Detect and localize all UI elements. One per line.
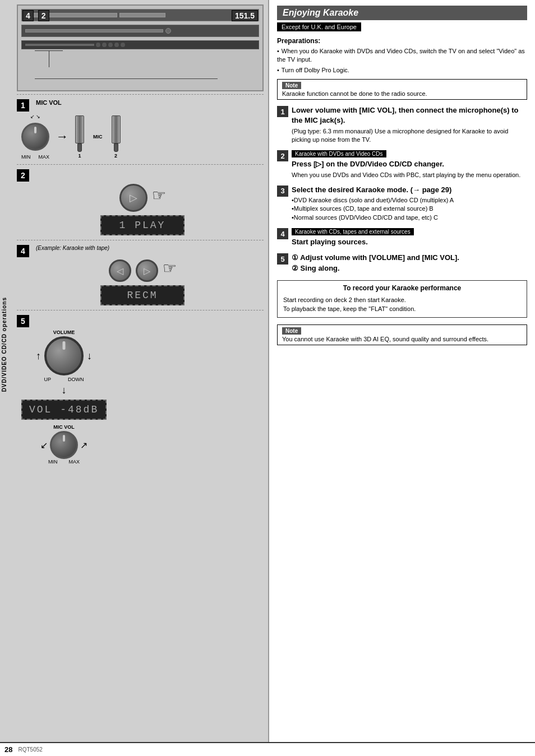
note-2: Note You cannot use Karaoke with 3D AI E…	[277, 324, 527, 345]
record-line-1: Start recording on deck 2 then start Kar…	[283, 295, 521, 305]
mic-vol-knob	[21, 123, 49, 151]
divider-1	[17, 94, 264, 95]
inst-content-3: Select the desired Karaoke mode. (→ page…	[292, 185, 527, 222]
step1-knob-label: ↙ ↘	[30, 114, 41, 119]
step5-display: VOL -48dB	[21, 400, 107, 420]
section-subtitle: Except for U.K. and Europe	[277, 22, 361, 31]
note1-label: Note	[282, 82, 301, 89]
inst-part-2: ② Sing along.	[292, 263, 527, 273]
step2-display: 1 PLAY	[100, 215, 185, 235]
top-badges-left: 4 2	[22, 10, 49, 21]
step-2-block: 2 ▷ ☞ 1 PLAY	[17, 167, 264, 238]
karaoke-tag-2: Karaoke with DVDs and Video CDs	[292, 150, 386, 157]
step4-display: RECM	[100, 285, 185, 305]
instruction-step-1: 1 Lower volume with [MIC VOL], then conn…	[277, 105, 527, 144]
mic-vol-knob-2	[50, 431, 78, 459]
tape-buttons: ◁ ▷ ☞	[109, 259, 177, 282]
section-title: Enjoying Karaoke	[277, 6, 527, 20]
mic-vol-arrow: ↙	[40, 440, 48, 451]
side-label: DVD/VIDEO CD/CD operations	[1, 297, 7, 392]
down-arrow: ↓	[87, 350, 92, 362]
step4-example: (Example: Karaoke with tape)	[36, 245, 109, 251]
page-number: 28	[4, 745, 12, 754]
divider-5	[17, 310, 264, 310]
instruction-step-5: 5 ① Adjust volume with [VOLUME] and [MIC…	[277, 253, 527, 273]
inst-sub-2: When you use DVDs and Video CDs with PBC…	[292, 171, 527, 179]
top-badge-right: 151.5	[232, 10, 258, 21]
step1-badge: 1	[17, 99, 29, 112]
mic-vol-label: MIC VOL	[53, 424, 75, 430]
hand-icon-2: ☞	[163, 259, 177, 277]
vol-updown-labels: UP DOWN	[44, 377, 84, 382]
mic-vol-arrow-r: ↗	[80, 440, 87, 451]
inst-title-1: Lower volume with [MIC VOL], then connec…	[292, 105, 527, 126]
mic-jacks: 1 MIC 2	[75, 115, 121, 159]
inst-content-4: Karaoke with CDs, tapes and external sou…	[292, 228, 527, 247]
instruction-step-2: 2 Karaoke with DVDs and Video CDs Press …	[277, 150, 527, 179]
step1-label: MIC VOL	[36, 99, 62, 106]
down-arrow-2: ↓	[62, 384, 67, 396]
mic-connector-1: 1	[75, 115, 84, 159]
inst-sub-1: (Plug type: 6.3 mm monaural) Use a micro…	[292, 127, 527, 145]
inst-num-4: 4	[277, 228, 288, 239]
inst-content-5: ① Adjust volume with [VOLUME] and [MIC V…	[292, 253, 527, 273]
mic-label-center: MIC	[93, 134, 103, 140]
knob-labels: MIN MAX	[21, 154, 49, 160]
inst-title-4: Start playing sources.	[292, 237, 527, 247]
mic-vol-labels: MIN MAX	[48, 459, 80, 465]
instruction-step-4: 4 Karaoke with CDs, tapes and external s…	[277, 228, 527, 247]
note2-text: You cannot use Karaoke with 3D AI EQ, so…	[282, 336, 522, 342]
note2-label: Note	[282, 327, 301, 335]
note1-text: Karaoke function cannot be done to the r…	[282, 90, 522, 97]
left-panel: DVD/VIDEO CD/CD operations	[0, 0, 269, 742]
inst-num-5: 5	[277, 253, 288, 265]
volume-label: VOLUME	[53, 330, 75, 335]
divider-4	[17, 240, 264, 240]
right-panel: Enjoying Karaoke Except for U.K. and Eur…	[269, 0, 535, 742]
step-5-block: 5 VOLUME ↑ ↓ UP DOWN ↓	[17, 313, 264, 467]
device-illustration: 4 2 151.5	[17, 4, 264, 91]
karaoke-tag-4: Karaoke with CDs, tapes and external sou…	[292, 228, 414, 235]
inst-num-1: 1	[277, 106, 288, 117]
note-1: Note Karaoke function cannot be done to …	[277, 79, 527, 100]
inst-sub-3: •DVD Karaoke discs (solo and duet)/Video…	[292, 196, 527, 222]
volume-knob	[44, 336, 84, 375]
record-box: To record your Karaoke performance Start…	[277, 280, 527, 318]
step5-content: VOLUME ↑ ↓ UP DOWN ↓ VOL -48dB	[21, 330, 264, 465]
record-line-2: To playback the tape, keep the "FLAT" co…	[283, 304, 521, 314]
inst-num-2: 2	[277, 150, 288, 161]
hand-icon: ☞	[152, 186, 166, 205]
mic-connector-2: 2	[112, 115, 121, 159]
step-1-block: 1 MIC VOL ↙ ↘ MIN MAX → 1	[17, 97, 264, 162]
step4-diagram: ◁ ▷ ☞ RECM	[21, 259, 264, 305]
inst-title-2: Press [▷] on the DVD/Video CD/CD changer…	[292, 159, 527, 169]
inst-part-1: ① Adjust volume with [VOLUME] and [MIC V…	[292, 253, 527, 263]
page-footer: 28 RQT5052	[0, 742, 535, 756]
play-btn: ▷	[136, 259, 158, 282]
rewind-btn: ◁	[109, 259, 131, 282]
volume-knob-area: VOLUME ↑ ↓ UP DOWN ↓ VOL -48dB	[21, 330, 107, 465]
inst-title-3: Select the desired Karaoke mode. (→ page…	[292, 185, 527, 195]
arrow-icon: →	[56, 129, 68, 144]
step1-knob-area: ↙ ↘ MIN MAX	[21, 114, 49, 160]
prep-bullet-2: Turn off Dolby Pro Logic.	[277, 66, 527, 75]
step2-badge: 2	[17, 169, 29, 182]
prep-bullet-1: When you do Karaoke with DVDs and Video …	[277, 47, 527, 64]
inst-num-3: 3	[277, 185, 288, 197]
play-button: ▷	[119, 184, 147, 212]
mic-vol-area: MIC VOL ↙ ↗ MIN MAX	[40, 424, 87, 465]
step4-badge: 4	[17, 245, 29, 257]
inst-content-1: Lower volume with [MIC VOL], then connec…	[292, 105, 527, 144]
record-title: To record your Karaoke performance	[283, 284, 521, 292]
model-number: RQT5052	[18, 746, 42, 753]
inst-content-2: Karaoke with DVDs and Video CDs Press [▷…	[292, 150, 527, 179]
instruction-step-3: 3 Select the desired Karaoke mode. (→ pa…	[277, 185, 527, 222]
step2-diagram: ▷ ☞ 1 PLAY	[21, 184, 264, 235]
up-arrow: ↑	[36, 350, 41, 362]
preparations-heading: Preparations:	[277, 37, 527, 45]
divider-2	[17, 164, 264, 165]
step5-badge: 5	[17, 315, 29, 327]
step-4-block: 4 (Example: Karaoke with tape) ◁ ▷ ☞ REC…	[17, 243, 264, 308]
